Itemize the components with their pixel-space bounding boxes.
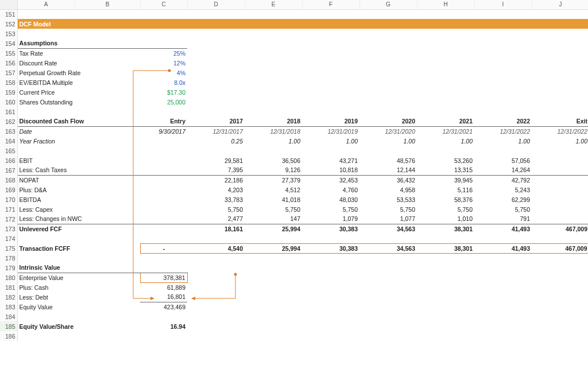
value-equity-value-share[interactable]: 16.94 xyxy=(140,321,187,331)
yf-2019[interactable]: 1.00 xyxy=(302,136,359,146)
dna-2019[interactable]: 4,760 xyxy=(302,185,359,195)
label-nopat[interactable]: NOPAT xyxy=(17,175,75,185)
row-header[interactable]: 184 xyxy=(0,312,17,321)
cell[interactable] xyxy=(532,214,588,224)
row-header[interactable]: 186 xyxy=(0,331,17,341)
value-less-debt[interactable]: 16,801 xyxy=(140,292,187,302)
label-date[interactable]: Date xyxy=(17,126,75,136)
row-header[interactable]: 171 xyxy=(0,204,17,214)
row-header[interactable]: 173 xyxy=(0,224,17,234)
tfcff-2018[interactable]: 25,994 xyxy=(245,243,302,253)
row-header[interactable]: 178 xyxy=(0,253,17,263)
nopat-2017[interactable]: 22,186 xyxy=(187,175,245,185)
row-header[interactable]: 158 xyxy=(0,77,17,87)
value-ev-ebitda-mult[interactable]: 8.0x xyxy=(140,77,187,87)
col-header-F[interactable]: F xyxy=(302,0,359,9)
nopat-2019[interactable]: 32,453 xyxy=(302,175,359,185)
cell[interactable] xyxy=(532,156,588,165)
dna-2017[interactable]: 4,203 xyxy=(187,185,245,195)
tfcff-exit[interactable]: 467,009 xyxy=(532,243,588,253)
cell[interactable] xyxy=(75,126,140,136)
yf-2022[interactable]: 1.00 xyxy=(474,136,532,146)
label-current-price[interactable]: Current Price xyxy=(17,87,75,97)
nwc-2020[interactable]: 1,077 xyxy=(359,214,417,224)
hdr-2017[interactable]: 2017 xyxy=(187,116,245,126)
value-perp-growth[interactable]: 4% xyxy=(140,68,187,77)
tfcff-2021[interactable]: 38,301 xyxy=(417,243,474,253)
row-header[interactable]: 179 xyxy=(0,263,17,273)
nwc-2018[interactable]: 147 xyxy=(245,214,302,224)
col-header-I[interactable]: I xyxy=(474,0,532,9)
nopat-2020[interactable]: 36,432 xyxy=(359,175,417,185)
ebit-2017[interactable]: 29,581 xyxy=(187,156,245,165)
col-header-A[interactable]: A xyxy=(17,0,75,9)
label-ebitda[interactable]: EBITDA xyxy=(17,195,75,204)
select-all-corner[interactable] xyxy=(0,0,17,9)
col-header-G[interactable]: G xyxy=(359,0,417,9)
cell[interactable] xyxy=(532,195,588,204)
cell[interactable] xyxy=(75,156,140,165)
date-2019[interactable]: 12/31/2019 xyxy=(302,126,359,136)
col-header-D[interactable]: D xyxy=(187,0,245,9)
capex-2022[interactable]: 5,750 xyxy=(474,204,532,214)
ebitda-2019[interactable]: 48,030 xyxy=(302,195,359,204)
row-header[interactable]: 151 xyxy=(0,9,17,19)
label-equity-value[interactable]: Equity Value xyxy=(17,302,75,312)
label-perp-growth[interactable]: Perpetual Growth Rate xyxy=(17,68,140,77)
cell[interactable] xyxy=(75,58,140,68)
row-header[interactable]: 159 xyxy=(0,87,17,97)
cell[interactable] xyxy=(75,175,140,185)
cell[interactable] xyxy=(187,68,588,77)
hdr-2019[interactable]: 2019 xyxy=(302,116,359,126)
date-2017[interactable]: 12/31/2017 xyxy=(187,126,245,136)
tfcff-entry[interactable]: - xyxy=(140,243,187,253)
label-capex[interactable]: Less: Capex xyxy=(17,204,75,214)
nwc-2021[interactable]: 1,010 xyxy=(417,214,474,224)
row-header[interactable]: 165 xyxy=(0,146,17,156)
cell[interactable] xyxy=(187,292,588,302)
dcf-header[interactable]: Discounted Cash Flow xyxy=(17,116,140,126)
cell[interactable] xyxy=(75,273,140,282)
value-equity-value[interactable]: 423,469 xyxy=(140,302,187,312)
cell[interactable] xyxy=(140,175,187,185)
value-tax-rate[interactable]: 25% xyxy=(140,48,187,58)
capex-2020[interactable]: 5,750 xyxy=(359,204,417,214)
label-less-debt[interactable]: Less: Debt xyxy=(17,292,75,302)
ebitda-2018[interactable]: 41,018 xyxy=(245,195,302,204)
cell[interactable] xyxy=(532,175,588,185)
cell[interactable] xyxy=(140,224,187,234)
label-year-fraction[interactable]: Year Fraction xyxy=(17,136,75,146)
cell[interactable] xyxy=(140,156,187,165)
tax-2022[interactable]: 14,264 xyxy=(474,165,532,175)
label-cash-taxes[interactable]: Less: Cash Taxes xyxy=(17,165,140,175)
capex-2018[interactable]: 5,750 xyxy=(245,204,302,214)
cell[interactable] xyxy=(17,331,588,341)
nopat-2021[interactable]: 39,945 xyxy=(417,175,474,185)
row-header[interactable]: 172 xyxy=(0,214,17,224)
cell[interactable] xyxy=(75,282,140,292)
ebit-2022[interactable]: 57,056 xyxy=(474,156,532,165)
cell[interactable] xyxy=(17,234,588,243)
ufcf-2018[interactable]: 25,994 xyxy=(245,224,302,234)
cell[interactable] xyxy=(75,195,140,204)
label-transaction-fcff[interactable]: Transaction FCFF xyxy=(17,243,140,253)
cell[interactable] xyxy=(17,146,588,156)
value-discount-rate[interactable]: 12% xyxy=(140,58,187,68)
tfcff-2020[interactable]: 34,563 xyxy=(359,243,417,253)
row-header[interactable]: 154 xyxy=(0,38,17,48)
cell[interactable] xyxy=(532,204,588,214)
label-unlevered-fcf[interactable]: Unlevered FCF xyxy=(17,224,75,234)
label-ev-ebitda-mult[interactable]: EV/EBITDA Multiple xyxy=(17,77,140,87)
cell[interactable] xyxy=(140,204,187,214)
row-header[interactable]: 168 xyxy=(0,175,17,185)
ufcf-2021[interactable]: 38,301 xyxy=(417,224,474,234)
nwc-2019[interactable]: 1,079 xyxy=(302,214,359,224)
cell[interactable] xyxy=(140,195,187,204)
ebitda-2022[interactable]: 62,299 xyxy=(474,195,532,204)
row-header[interactable]: 181 xyxy=(0,282,17,292)
cell[interactable] xyxy=(187,273,588,282)
cell[interactable] xyxy=(187,87,588,97)
cell[interactable] xyxy=(140,214,187,224)
row-header[interactable]: 166 xyxy=(0,156,17,165)
label-tax-rate[interactable]: Tax Rate xyxy=(17,48,75,58)
